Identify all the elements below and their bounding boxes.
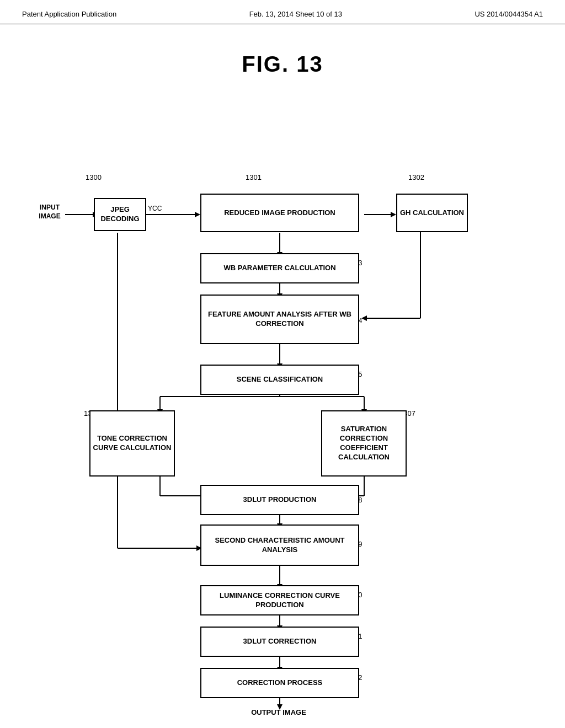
fig-title: FIG. 13	[242, 52, 323, 77]
box-second-characteristic: SECOND CHARACTERISTIC AMOUNT ANALYSIS	[200, 524, 359, 566]
ref-1302: 1302	[408, 173, 424, 181]
ycc-label: YCC	[148, 205, 162, 212]
box-3dlut-correction: 3DLUT CORRECTION	[200, 627, 359, 657]
box-gh-calculation: GH CALCULATION	[396, 194, 468, 232]
box-reduced-image: REDUCED IMAGE PRODUCTION	[200, 194, 359, 232]
box-scene-classification: SCENE CLASSIFICATION	[200, 365, 359, 395]
input-image-label: INPUT IMAGE	[33, 204, 66, 221]
box-3dlut-production: 3DLUT PRODUCTION	[200, 485, 359, 515]
box-tone-correction: TONE CORRECTION CURVE CALCULATION	[89, 410, 175, 477]
header-left: Patent Application Publication	[22, 10, 116, 18]
header-center: Feb. 13, 2014 Sheet 10 of 13	[249, 10, 342, 18]
ref-1301: 1301	[246, 173, 262, 181]
diagram-area: FIG. 13	[0, 24, 565, 719]
header-right: US 2014/0044354 A1	[475, 10, 543, 18]
svg-marker-3	[195, 212, 200, 217]
page-header: Patent Application Publication Feb. 13, …	[0, 0, 565, 24]
box-correction-process: CORRECTION PROCESS	[200, 668, 359, 698]
box-jpeg-decoding: JPEG DECODING	[94, 198, 146, 231]
ref-1300: 1300	[86, 173, 102, 181]
box-luminance-correction: LUMINANCE CORRECTION CURVE PRODUCTION	[200, 585, 359, 615]
box-wb-parameter: WB PARAMETER CALCULATION	[200, 253, 359, 283]
output-image-label: OUTPUT IMAGE	[243, 708, 315, 716]
box-feature-amount: FEATURE AMOUNT ANALYSIS AFTER WB CORRECT…	[200, 295, 359, 344]
box-saturation-correction: SATURATION CORRECTION COEFFICIENT CALCUL…	[321, 410, 407, 477]
svg-marker-5	[391, 212, 396, 217]
